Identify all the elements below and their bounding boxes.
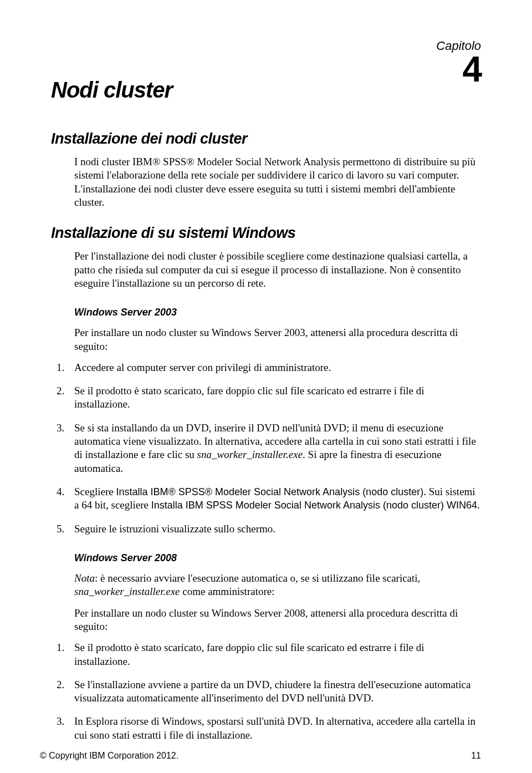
page-footer: © Copyright IBM Corporation 2012. 11 [40, 751, 481, 761]
list-number: 1. [57, 641, 74, 668]
list-item: 1. Accedere al computer server con privi… [57, 361, 481, 374]
filename: sna_worker_installer.exe [197, 449, 303, 460]
list-text: Accedere al computer server con privileg… [74, 361, 481, 374]
list-number: 2. [57, 678, 74, 705]
subheading-ws2008: Windows Server 2008 [74, 552, 481, 564]
filename: sna_worker_installer.exe [74, 586, 180, 597]
subheading-ws2003: Windows Server 2003 [74, 307, 481, 318]
list-number: 3. [57, 421, 74, 475]
list-item: 2. Se il prodotto è stato scaricato, far… [57, 384, 481, 411]
section-heading-install-cluster: Installazione dei nodi cluster [51, 130, 481, 148]
page-title: Nodi cluster [51, 78, 481, 103]
list-number: 5. [57, 522, 74, 536]
section2-paragraph: Per l'installazione dei nodi cluster è p… [74, 250, 481, 290]
list-item: 1. Se il prodotto è stato scaricato, far… [57, 641, 481, 668]
text-run: . [477, 499, 480, 511]
list-text: In Esplora risorse di Windows, spostarsi… [74, 715, 481, 742]
page-number: 11 [471, 751, 481, 761]
list-number: 2. [57, 384, 74, 411]
list-text: Se si sta installando da un DVD, inserir… [74, 421, 481, 475]
section1-paragraph: I nodi cluster IBM® SPSS® Modeler Social… [74, 155, 481, 209]
ws2003-list: 1. Accedere al computer server con privi… [57, 361, 481, 536]
ws2008-note: Nota: è necessario avviare l'esecuzione … [74, 572, 481, 599]
text-run: come amministratore: [180, 586, 275, 597]
list-text: Se l'installazione avviene a partire da … [74, 678, 481, 705]
chapter-number: 4 [462, 49, 481, 90]
list-number: 1. [57, 361, 74, 374]
copyright-text: © Copyright IBM Corporation 2012. [40, 751, 178, 761]
section-heading-windows: Installazione di su sistemi Windows [51, 225, 481, 242]
list-text: Scegliere Installa IBM® SPSS® Modeler So… [74, 485, 481, 512]
list-item: 3. Se si sta installando da un DVD, inse… [57, 421, 481, 475]
list-number: 4. [57, 485, 74, 512]
text-run: Scegliere [74, 486, 116, 497]
text-run: : è necessario avviare l'esecuzione auto… [95, 572, 420, 584]
ui-label: Installa IBM® SPSS® Modeler Social Netwo… [116, 486, 423, 497]
list-item: 4. Scegliere Installa IBM® SPSS® Modeler… [57, 485, 481, 512]
list-item: 5. Seguire le istruzioni visualizzate su… [57, 522, 481, 536]
list-item: 2. Se l'installazione avviene a partire … [57, 678, 481, 705]
list-number: 3. [57, 715, 74, 742]
ws2008-list: 1. Se il prodotto è stato scaricato, far… [57, 641, 481, 742]
ui-label: Installa IBM SPSS Modeler Social Network… [151, 500, 477, 511]
list-text: Seguire le istruzioni visualizzate sullo… [74, 522, 481, 536]
list-item: 3. In Esplora risorse di Windows, sposta… [57, 715, 481, 742]
list-text: Se il prodotto è stato scaricato, fare d… [74, 641, 481, 668]
list-text: Se il prodotto è stato scaricato, fare d… [74, 384, 481, 411]
ws2003-intro: Per installare un nodo cluster su Window… [74, 326, 481, 353]
ws2008-intro: Per installare un nodo cluster su Window… [74, 607, 481, 634]
note-label: Nota [74, 572, 95, 584]
